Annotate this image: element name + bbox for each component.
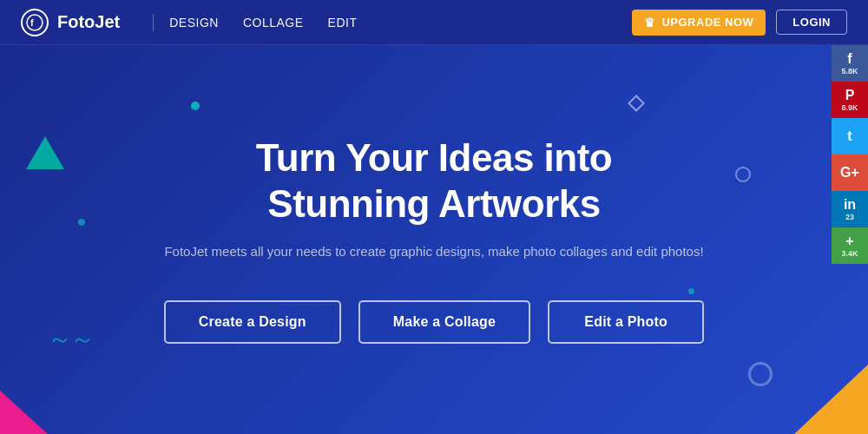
edit-photo-button[interactable]: Edit a Photo bbox=[548, 300, 704, 344]
pinterest-social-button[interactable]: P 8.9K bbox=[832, 82, 868, 118]
make-collage-button[interactable]: Make a Collage bbox=[358, 300, 530, 344]
teal-triangle-shape bbox=[26, 136, 64, 169]
hero-subtitle: FotoJet meets all your needs to create g… bbox=[164, 244, 704, 259]
hero-buttons: Create a Design Make a Collage Edit a Ph… bbox=[164, 300, 704, 344]
create-design-button[interactable]: Create a Design bbox=[164, 300, 341, 344]
hero-section: ～～ Turn Your Ideas into Stunning Artwork… bbox=[0, 45, 868, 434]
nav-edit[interactable]: EDIT bbox=[328, 16, 358, 30]
linkedin-social-button[interactable]: in 23 bbox=[832, 191, 868, 227]
twitter-social-button[interactable]: t bbox=[832, 118, 868, 155]
svg-point-0 bbox=[27, 15, 43, 30]
circle-bottom-right-shape bbox=[748, 362, 773, 386]
teal-dot-top-shape bbox=[191, 102, 200, 110]
hero-title: Turn Your Ideas into Stunning Artworks bbox=[164, 135, 704, 227]
login-button[interactable]: LOGIN bbox=[776, 10, 847, 35]
add-social-button[interactable]: + 3.4K bbox=[832, 227, 868, 264]
nav-collage[interactable]: COLLAGE bbox=[243, 16, 304, 30]
wave-shape: ～～ bbox=[48, 323, 93, 356]
nav-right: ♛ UPGRADE NOW LOGIN bbox=[632, 10, 847, 36]
upgrade-button[interactable]: ♛ UPGRADE NOW bbox=[632, 10, 766, 36]
orange-triangle-shape bbox=[794, 365, 868, 434]
pink-triangle-shape bbox=[0, 391, 48, 434]
facebook-social-button[interactable]: f 5.8K bbox=[832, 45, 868, 82]
nav-design[interactable]: DESIGN bbox=[169, 16, 219, 30]
google-plus-social-button[interactable]: G+ bbox=[832, 155, 868, 191]
teal-dot-mid-shape bbox=[78, 219, 85, 226]
svg-text:f: f bbox=[30, 17, 34, 28]
nav-divider bbox=[153, 14, 154, 31]
nav-links: DESIGN COLLAGE EDIT bbox=[169, 15, 357, 30]
crown-icon: ♛ bbox=[644, 16, 656, 30]
hero-content: Turn Your Ideas into Stunning Artworks F… bbox=[147, 135, 721, 345]
logo-area: f FotoJet bbox=[21, 9, 120, 36]
logo-icon: f bbox=[21, 9, 49, 36]
social-sidebar: f 5.8K P 8.9K t G+ in 23 + 3.4K bbox=[832, 45, 868, 264]
diamond-shape bbox=[628, 95, 645, 112]
brand-name: FotoJet bbox=[57, 12, 120, 32]
navbar: f FotoJet DESIGN COLLAGE EDIT ♛ UPGRADE … bbox=[0, 0, 868, 45]
circle-right-shape bbox=[735, 167, 751, 182]
